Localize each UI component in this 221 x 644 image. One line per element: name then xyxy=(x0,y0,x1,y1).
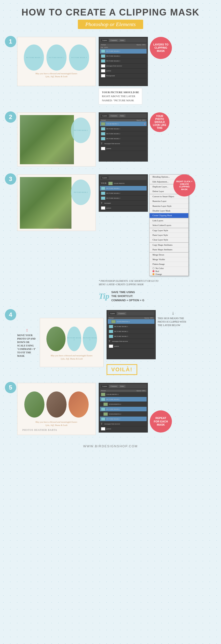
layer-row[interactable]: pattern xyxy=(100,206,147,210)
subtitle-wrap: Photoshop or Elements xyxy=(78,20,143,29)
layer-row[interactable]: PICTURE MASK 1 xyxy=(108,324,155,329)
step-3-layers-context: Layers YOUR YOUR PHOTO PICTURE MASK 1 xyxy=(99,174,171,276)
canvas-oval-3: PICTURE MASK 3 xyxy=(71,180,91,205)
context-clear-style[interactable]: Clear Layer Style xyxy=(150,238,188,242)
layer-row[interactable]: PICTURE MASK 2 xyxy=(100,191,147,196)
layer-row[interactable]: PICTURE MASK 3 xyxy=(108,334,155,339)
context-paste-shape[interactable]: Paste Shape Attributes xyxy=(150,247,188,252)
tab-channels-5[interactable]: Channels xyxy=(109,385,118,388)
tab-layers-3[interactable]: Layers xyxy=(101,176,109,179)
canvas-caption-3: l Eanes. xyxy=(17,227,96,229)
layer-row[interactable]: PICTURE MASK 3 xyxy=(100,136,147,141)
layer-thumb xyxy=(109,344,113,348)
layer-row[interactable]: YOUR YOUR PHOTO xyxy=(100,181,147,186)
color-dot-orange xyxy=(153,273,155,275)
layer-row[interactable]: YOUR PHOTO 2 xyxy=(100,402,147,407)
context-copy-style[interactable]: Copy Layer Style xyxy=(150,228,188,233)
photo-oval-3 xyxy=(68,392,89,418)
layer-row[interactable]: PICTURE MASK 3 xyxy=(100,196,147,201)
context-disable-mask[interactable]: Disable Layer Mask xyxy=(150,208,188,213)
tab-channels[interactable]: Channels xyxy=(109,39,118,42)
layer-row[interactable]: PICTURE MASK 2 xyxy=(108,329,155,334)
layer-row[interactable]: T messages-font-ncrover xyxy=(100,141,147,146)
tab-paths[interactable]: Paths xyxy=(119,39,125,42)
layer-row[interactable]: pattern xyxy=(100,426,147,431)
step-5-ovals xyxy=(21,388,92,419)
tab-channels-4[interactable]: Channels xyxy=(117,312,126,315)
context-rasterize[interactable]: Rasterize Layer xyxy=(150,199,188,204)
panel-header-3: Layers xyxy=(100,176,147,180)
tab-channels-2[interactable]: Channels xyxy=(109,114,118,117)
layer-thumb xyxy=(101,54,105,58)
tab-layers-5[interactable]: Layers xyxy=(101,385,109,388)
step-2-layout: PICTURE MASK 2 l Eanes. Layers Channels … xyxy=(5,112,216,166)
step-4-number: 4 xyxy=(5,309,16,320)
tab-layers-4[interactable]: Layers xyxy=(109,312,116,315)
step-5-right: Layers Channels Paths Normal Opacity: 10… xyxy=(99,383,169,432)
oval-mask2: PICTURE MASK 2 xyxy=(67,326,81,351)
layer-row[interactable]: pattern xyxy=(100,68,147,74)
layer-row[interactable]: T messages xyxy=(100,201,147,206)
layer-row[interactable]: PICTURE MASK 3 xyxy=(100,416,147,422)
layer-label: YOUR PHOTO 3 xyxy=(109,413,121,415)
context-create-clip[interactable]: Create Clipping Mask xyxy=(150,213,188,218)
layer-row[interactable]: pattern xyxy=(108,344,155,349)
tab-layers-2[interactable]: Layers xyxy=(101,114,109,117)
layer-thumb xyxy=(109,330,113,333)
layer-row[interactable]: YOUR PHOTO 3 xyxy=(100,412,147,416)
oval-2: PICTURE MASK 2 xyxy=(46,44,66,70)
context-merge-down[interactable]: Merge Down xyxy=(150,252,188,257)
context-merge-vis[interactable]: Merge Visible xyxy=(150,257,188,262)
tab-paths-5[interactable]: Paths xyxy=(119,385,125,388)
canvas-caption-2: l Eanes. xyxy=(17,162,96,164)
layer-row[interactable]: pattern xyxy=(100,146,147,151)
tab-paths-2[interactable]: Paths xyxy=(119,114,125,117)
tab-layers[interactable]: Layers xyxy=(101,39,109,42)
context-red[interactable]: Red xyxy=(150,270,188,273)
layer-row[interactable]: PICTURE MASK 1 xyxy=(100,186,147,191)
layer-row[interactable]: PICTURE MASK 2 xyxy=(100,54,147,59)
oval-1: PICTURE MASK 1 xyxy=(24,44,44,70)
footer-website[interactable]: WWW.BIRDESIGNSHOP.COM xyxy=(83,444,138,448)
step-3-canvas: PICTURE MASK 3 l Eanes. xyxy=(17,174,96,231)
layer-row[interactable]: YOUR PHOTO 1 xyxy=(100,392,147,397)
step-5-panel-area: Layers Channels Paths Normal Opacity: 10… xyxy=(99,383,169,432)
text-icon-3: T xyxy=(101,202,102,204)
layer-row[interactable]: YOUR PHOTO 1 ▶ xyxy=(100,122,147,126)
subtitle: Photoshop or Elements xyxy=(85,21,136,27)
step-3-layout: PICTURE MASK 3 l Eanes. Layers xyxy=(5,173,216,302)
layer-row[interactable]: PICTURE MASK 3 xyxy=(100,59,147,64)
layer-row[interactable]: PICTURE MASK 1 xyxy=(100,397,147,402)
layer-thumb xyxy=(108,182,113,185)
layer-row[interactable]: Background xyxy=(100,74,147,78)
context-copy-shape[interactable]: Copy Shape Attributes xyxy=(150,242,188,247)
context-flatten[interactable]: Flatten Image xyxy=(150,262,188,266)
tip-text: SAVE TIME USINGTHE SHORTCUT:COMMAND + OP… xyxy=(111,290,144,302)
context-orange[interactable]: Orange xyxy=(150,273,188,276)
context-select-linked[interactable]: Select Linked Layers xyxy=(150,223,188,228)
step-3-number: 3 xyxy=(5,173,16,185)
layer-row[interactable]: PICTURE MASK 2 xyxy=(100,131,147,136)
photo-oval-2 xyxy=(46,392,66,418)
color-dot-red xyxy=(153,270,155,272)
context-paste-style[interactable]: Paste Layer Style xyxy=(150,233,188,238)
layer-label: YOUR PHOTO 2 xyxy=(109,403,121,405)
layer-row[interactable]: T messages-font-ncrover xyxy=(100,422,147,426)
clip-note-area: ↓ THIS SIGN MEANS THE PHOTO IS CLIPPED W… xyxy=(158,310,188,327)
step-4-layout: ↕ MOVE YOUR PHOTO UP AND DOWN OR SCALE U… xyxy=(5,309,216,375)
layer-row[interactable]: PICTURE MASK 2 xyxy=(100,407,147,412)
layer-label: PICTURE MASK 3 xyxy=(106,197,120,199)
layer-row[interactable]: PICTURE MASK 1 xyxy=(100,49,147,54)
context-rasterize-style[interactable]: Rasterize Layer Style xyxy=(150,204,188,208)
page-title: HOW TO CREATE A CLIPPING MASK xyxy=(5,8,216,18)
layer-row[interactable]: T messages-font-ncrover xyxy=(108,339,155,344)
layer-row[interactable]: YOUR PHOTOS 1 xyxy=(108,319,155,324)
context-no-color[interactable]: No Color xyxy=(150,267,188,270)
step-1-section: 1 PICTURE MASK 1 PICTURE MASK 2 PICTURE … xyxy=(5,36,216,105)
layer-thumb xyxy=(101,196,105,200)
move-annotation: ↕ MOVE YOUR PHOTO UP AND DOWN OR SCALE U… xyxy=(17,328,37,358)
layer-row[interactable]: messages-font-ncrover xyxy=(100,64,147,68)
layer-row[interactable]: PICTURE MASK 1 xyxy=(100,126,147,131)
context-link[interactable]: Link Layers xyxy=(150,218,188,223)
step-5-number: 5 xyxy=(5,382,16,393)
